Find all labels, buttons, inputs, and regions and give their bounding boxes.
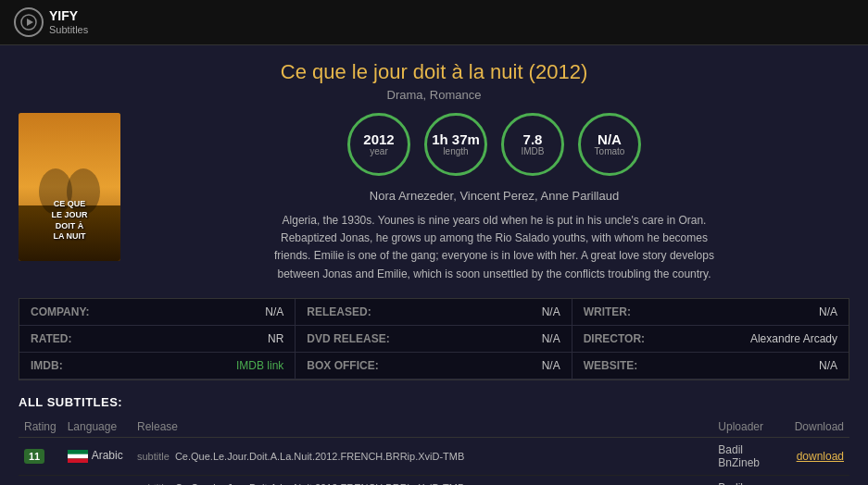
subtitle-language: Arabic xyxy=(62,475,132,485)
stat-year: 2012 year xyxy=(347,113,410,176)
logo-text: YIFY Subtitles xyxy=(49,9,88,34)
poster-text: CE QUELE JOURDOIT ÀLA NUIT xyxy=(19,199,120,242)
language-text: Arabic xyxy=(92,449,123,462)
stat-tomato-label: Tomato xyxy=(595,147,625,156)
info-rated-key: RATED: xyxy=(31,332,71,345)
info-dvd-key: DVD RELEASE: xyxy=(307,332,389,345)
movie-description: Algeria, the 1930s. Younes is nine years… xyxy=(263,212,726,283)
info-released-key: RELEASED: xyxy=(307,305,371,318)
stat-imdb: 7.8 IMDB xyxy=(501,113,564,176)
col-download: Download xyxy=(789,417,849,438)
logo-icon xyxy=(14,7,44,37)
flag-ar-icon xyxy=(68,450,88,463)
subtitles-header: ALL SUBTITLES: xyxy=(19,395,849,409)
header: YIFY Subtitles xyxy=(0,0,868,45)
info-released-value: N/A xyxy=(542,305,560,318)
stat-tomato-value: N/A xyxy=(598,132,622,148)
movie-poster: CE QUELE JOURDOIT ÀLA NUIT xyxy=(19,113,120,261)
info-boxoffice-value: N/A xyxy=(542,359,560,372)
movie-genre: Drama, Romance xyxy=(19,88,849,102)
subtitle-filename: Ce.Que.Le.Jour.Doit.A.La.Nuit.2012.FRENC… xyxy=(175,451,464,462)
info-imdb-key: IMDB: xyxy=(31,359,63,372)
info-company-value: N/A xyxy=(265,305,283,318)
stat-tomato: N/A Tomato xyxy=(578,113,641,176)
subtitle-release: subtitle Ce.Que.Le.Jour.Doit.A.La.Nuit.2… xyxy=(132,475,712,485)
content-row: CE QUELE JOURDOIT ÀLA NUIT 2012 year 1h … xyxy=(19,113,849,283)
stat-length-label: length xyxy=(443,147,468,156)
main-content: Ce que le jour doit à la nuit (2012) Dra… xyxy=(0,45,868,485)
download-button[interactable]: download xyxy=(797,450,844,463)
stat-imdb-value: 7.8 xyxy=(523,132,543,148)
svg-rect-8 xyxy=(68,458,88,463)
subtitle-release: subtitle Ce.Que.Le.Jour.Doit.A.La.Nuit.2… xyxy=(132,437,712,475)
info-table: COMPANY: N/A RELEASED: N/A WRITER: N/A R… xyxy=(19,298,849,380)
stat-length-value: 1h 37m xyxy=(432,132,480,148)
svg-rect-7 xyxy=(68,454,88,459)
info-imdb: IMDB: IMDB link xyxy=(19,353,296,379)
info-website-value: N/A xyxy=(819,359,837,372)
subtitles-section: ALL SUBTITLES: Rating Language Release U… xyxy=(19,395,849,485)
subtitle-rating: 11 xyxy=(19,437,62,475)
info-imdb-link[interactable]: IMDB link xyxy=(236,359,283,372)
svg-marker-1 xyxy=(27,19,33,26)
stats-row: 2012 year 1h 37m length 7.8 IMDB N/A Tom… xyxy=(139,113,849,176)
info-released: RELEASED: N/A xyxy=(296,299,572,326)
subtitle-uploader: Badil BnZineb xyxy=(712,475,788,485)
info-writer-value: N/A xyxy=(819,305,837,318)
info-writer: WRITER: N/A xyxy=(572,299,849,326)
info-boxoffice-key: BOX OFFICE: xyxy=(307,359,378,372)
table-row: 11 Arabicsubtitle Ce.Que.Le.Jour.Doit.A.… xyxy=(19,437,849,475)
info-director: DIRECTOR: Alexandre Arcady xyxy=(572,326,849,353)
info-company-key: COMPANY: xyxy=(31,305,90,318)
info-director-key: DIRECTOR: xyxy=(584,332,645,345)
info-writer-key: WRITER: xyxy=(584,305,631,318)
movie-title: Ce que le jour doit à la nuit (2012) xyxy=(19,60,849,84)
info-rated: RATED: NR xyxy=(19,326,296,353)
info-company: COMPANY: N/A xyxy=(19,299,296,326)
movie-cast: Nora Arnezeder, Vincent Perez, Anne Pari… xyxy=(139,189,849,203)
logo-subtitle: Subtitles xyxy=(49,24,88,35)
stat-year-value: 2012 xyxy=(363,132,394,148)
info-website-key: WEBSITE: xyxy=(584,359,638,372)
col-release: Release xyxy=(132,417,712,438)
info-dvd-value: N/A xyxy=(542,332,560,345)
table-row: 11 Arabicsubtitle Ce.Que.Le.Jour.Doit.A.… xyxy=(19,475,849,485)
info-director-value: Alexandre Arcady xyxy=(750,332,837,345)
info-boxoffice: BOX OFFICE: N/A xyxy=(296,353,572,379)
rating-badge: 11 xyxy=(24,449,44,464)
stat-year-label: year xyxy=(370,147,387,156)
logo-yify: YIFY xyxy=(49,9,88,23)
subtitle-uploader: Badil BnZineb xyxy=(712,437,788,475)
subtitle-download-cell: download xyxy=(789,475,849,485)
col-language: Language xyxy=(62,417,132,438)
subtitle-language: Arabic xyxy=(62,437,132,475)
col-rating: Rating xyxy=(19,417,62,438)
col-uploader: Uploader xyxy=(712,417,788,438)
subtitle-download-cell: download xyxy=(789,437,849,475)
info-rated-value: NR xyxy=(268,332,283,345)
subtitles-header-row: Rating Language Release Uploader Downloa… xyxy=(19,417,849,438)
subtitle-rating: 11 xyxy=(19,475,62,485)
info-dvd: DVD RELEASE: N/A xyxy=(296,326,572,353)
info-website: WEBSITE: N/A xyxy=(572,353,849,379)
stat-imdb-label: IMDB xyxy=(522,147,545,156)
stat-length: 1h 37m length xyxy=(424,113,487,176)
right-section: 2012 year 1h 37m length 7.8 IMDB N/A Tom… xyxy=(139,113,849,283)
subtitles-table: Rating Language Release Uploader Downloa… xyxy=(19,417,849,485)
